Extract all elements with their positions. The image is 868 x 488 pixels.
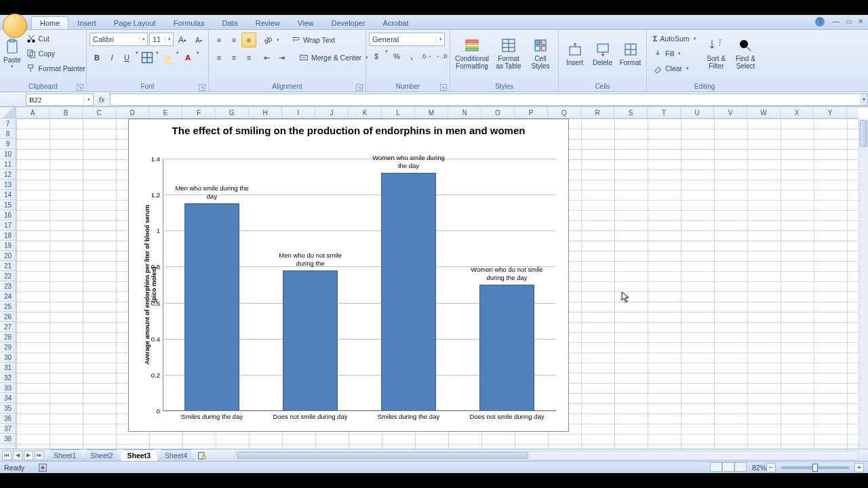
merge-center-button[interactable]: Merge & Center▾: [296, 50, 373, 65]
embedded-chart[interactable]: The effect of smiling on the production …: [128, 119, 569, 432]
align-top-icon[interactable]: ≡: [212, 33, 226, 47]
column-header[interactable]: A: [16, 107, 50, 118]
column-header[interactable]: O: [481, 107, 515, 118]
column-header[interactable]: Q: [548, 107, 581, 118]
row-header[interactable]: 30: [0, 352, 16, 363]
row-header[interactable]: 18: [0, 230, 16, 241]
increase-indent-icon[interactable]: ⇥: [274, 50, 289, 65]
column-header[interactable]: S: [614, 107, 648, 118]
column-header[interactable]: T: [648, 107, 681, 118]
ribbon-tab-data[interactable]: Data: [213, 16, 246, 29]
select-all-button[interactable]: [0, 107, 16, 119]
column-header[interactable]: I: [282, 107, 315, 118]
number-dialog-launcher-icon[interactable]: ↘: [440, 84, 447, 91]
format-cells-button[interactable]: Format: [617, 31, 644, 76]
column-header[interactable]: C: [83, 107, 116, 118]
font-color-button[interactable]: A: [180, 50, 195, 65]
row-header[interactable]: 20: [0, 251, 16, 261]
data-label[interactable]: Men who do not smile during the: [273, 251, 348, 268]
minimize-window-icon[interactable]: —: [831, 17, 841, 26]
row-header[interactable]: 14: [0, 190, 16, 200]
ribbon-tab-view[interactable]: View: [289, 16, 323, 29]
font-size-combo[interactable]: 11▾: [149, 33, 174, 46]
horizontal-scrollbar[interactable]: [235, 451, 859, 460]
decrease-decimal-icon[interactable]: ←.0: [434, 49, 449, 64]
borders-button[interactable]: [140, 50, 155, 65]
font-dialog-launcher-icon[interactable]: ↘: [199, 84, 205, 91]
column-header[interactable]: J: [315, 107, 349, 118]
fontcolor-dd-icon[interactable]: ▾: [195, 50, 201, 65]
last-sheet-icon[interactable]: ⏭: [35, 451, 44, 460]
grow-font-icon[interactable]: A▴: [175, 33, 190, 47]
chart-bar[interactable]: [381, 173, 436, 411]
row-header[interactable]: 24: [0, 291, 16, 302]
align-left-icon[interactable]: ≡: [212, 50, 226, 65]
row-header[interactable]: 37: [0, 424, 16, 434]
ribbon-tab-acrobat[interactable]: Acrobat: [374, 16, 418, 29]
sheet-tab[interactable]: Sheet4: [157, 449, 195, 461]
row-header[interactable]: 38: [0, 434, 16, 444]
zoom-in-button[interactable]: +: [854, 463, 864, 472]
column-header[interactable]: L: [382, 107, 415, 118]
number-format-combo[interactable]: General▾: [369, 33, 445, 46]
format-painter-button[interactable]: Format Painter: [23, 61, 89, 75]
row-header[interactable]: 34: [0, 393, 16, 403]
zoom-out-button[interactable]: −: [766, 463, 776, 472]
shrink-font-icon[interactable]: A▾: [191, 33, 206, 47]
format-as-table-button[interactable]: Format as Table: [492, 31, 525, 76]
ribbon-tab-home[interactable]: Home: [31, 16, 68, 29]
column-header[interactable]: W: [747, 107, 781, 118]
macro-recording-icon[interactable]: [38, 463, 47, 472]
font-name-combo[interactable]: Calibri▾: [90, 33, 148, 46]
column-header[interactable]: R: [581, 107, 614, 118]
sheet-tab[interactable]: Sheet1: [46, 449, 83, 461]
wrap-text-button[interactable]: Wrap Text: [288, 33, 338, 47]
find-select-button[interactable]: Find & Select: [732, 31, 760, 76]
chart-bar[interactable]: [184, 203, 239, 411]
fx-button[interactable]: fx: [95, 96, 108, 104]
italic-button[interactable]: I: [104, 50, 119, 65]
first-sheet-icon[interactable]: ⏮: [2, 451, 12, 460]
row-header[interactable]: 10: [0, 149, 16, 159]
column-header[interactable]: H: [249, 107, 282, 118]
prev-sheet-icon[interactable]: ◀: [13, 451, 22, 460]
column-header[interactable]: G: [216, 107, 249, 118]
row-header[interactable]: 8: [0, 129, 16, 139]
new-sheet-icon[interactable]: [197, 451, 208, 460]
row-header[interactable]: 25: [0, 302, 16, 312]
row-header[interactable]: 33: [0, 383, 16, 393]
namebox-dd-icon[interactable]: ▾: [83, 97, 93, 102]
row-header[interactable]: 21: [0, 261, 16, 271]
delete-cells-button[interactable]: Delete: [589, 31, 616, 76]
underline-dd-icon[interactable]: ▾: [134, 50, 140, 65]
worksheet-grid[interactable]: ABCDEFGHIJKLMNOPQRSTUVWXY 78910111213141…: [0, 107, 868, 449]
row-header[interactable]: 36: [0, 413, 16, 424]
zoom-level[interactable]: 82%: [752, 464, 766, 472]
comma-format-icon[interactable]: ,: [404, 49, 419, 64]
vertical-scrollbar[interactable]: [859, 119, 868, 449]
column-header[interactable]: D: [116, 107, 149, 118]
office-button[interactable]: [3, 14, 27, 38]
borders-dd-icon[interactable]: ▾: [155, 50, 160, 65]
row-header[interactable]: 16: [0, 210, 16, 220]
row-header[interactable]: 32: [0, 373, 16, 383]
column-header[interactable]: X: [781, 107, 814, 118]
cut-button[interactable]: Cut: [23, 31, 89, 45]
data-label[interactable]: Men who smile during the day: [175, 184, 250, 201]
hscroll-thumb[interactable]: [237, 452, 528, 459]
column-header[interactable]: V: [714, 107, 747, 118]
column-header[interactable]: M: [415, 107, 448, 118]
clipboard-dialog-launcher-icon[interactable]: ↘: [77, 84, 83, 91]
column-header[interactable]: F: [182, 107, 216, 118]
row-header[interactable]: 17: [0, 220, 16, 230]
increase-decimal-icon[interactable]: .0→: [419, 49, 434, 64]
ribbon-tab-developer[interactable]: Developer: [322, 16, 374, 29]
paste-button[interactable]: Paste ▾: [3, 31, 22, 76]
chart-bar[interactable]: [479, 285, 534, 411]
next-sheet-icon[interactable]: ▶: [24, 451, 33, 460]
orientation-button[interactable]: ab: [260, 33, 275, 47]
align-center-icon[interactable]: ≡: [226, 50, 241, 65]
row-header[interactable]: 29: [0, 342, 16, 352]
ribbon-tab-insert[interactable]: Insert: [68, 16, 105, 29]
row-header[interactable]: 19: [0, 241, 16, 251]
